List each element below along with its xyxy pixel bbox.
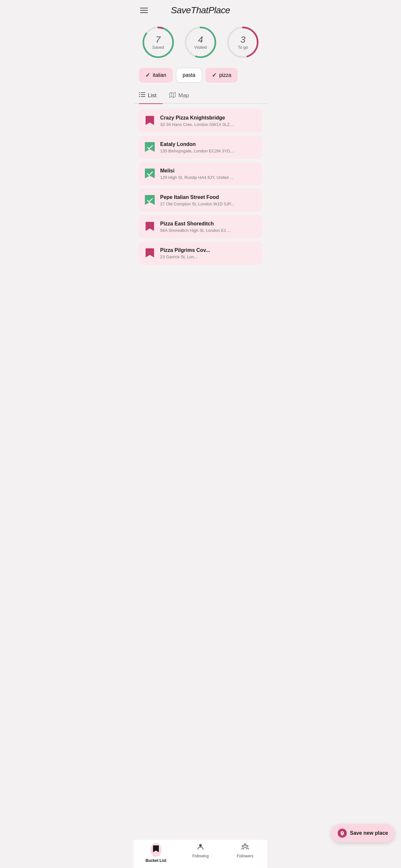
place-address: 135 Bishopsgate, London EC2M 3YD,... <box>160 149 257 153</box>
filter-pizza[interactable]: ✓ pizza <box>205 68 238 83</box>
svg-rect-9 <box>139 94 140 95</box>
filter-italian[interactable]: ✓ italian <box>139 68 173 83</box>
svg-rect-12 <box>141 96 145 97</box>
stat-togo[interactable]: 3 To go <box>225 25 260 60</box>
visited-bookmark-icon <box>144 194 156 207</box>
place-address: 56A Shoreditch High St, London E1 ... <box>160 228 257 233</box>
app-title: SaveThatPlace <box>171 5 230 16</box>
saved-bookmark-icon <box>144 114 156 127</box>
place-address: 32-34 Hans Cres, London SW1X 0LZ,... <box>160 122 257 127</box>
place-item[interactable]: Pizza Pilgrims Cov...23 Garrick St, Lon.… <box>139 242 262 265</box>
togo-label: To go <box>238 45 248 50</box>
bucket-list-label: Bucket List <box>146 858 166 863</box>
place-name: Melisi <box>160 168 257 174</box>
place-name: Eataly London <box>160 142 257 147</box>
filter-pasta[interactable]: pasta <box>176 68 202 83</box>
place-address: 27 Old Compton St, London W1D 5JP... <box>160 202 257 206</box>
place-name: Crazy Pizza Knightsbridge <box>160 115 257 121</box>
visited-bookmark-icon <box>144 141 156 154</box>
tab-map-label: Map <box>178 92 189 99</box>
place-name: Pizza East Shoreditch <box>160 221 257 227</box>
saved-bookmark-icon <box>144 247 156 259</box>
nav-followers[interactable]: Followers <box>232 843 258 863</box>
place-name: Pizza Pilgrims Cov... <box>160 247 257 253</box>
visited-count: 4 <box>194 35 207 44</box>
header: SaveThatPlace <box>134 0 267 18</box>
check-icon: ✓ <box>212 72 217 79</box>
place-item[interactable]: Eataly London135 Bishopsgate, London EC2… <box>139 135 262 159</box>
saved-count: 7 <box>152 35 164 44</box>
stats-container: 7 Saved 4 Visited 3 To go <box>134 18 267 68</box>
bucket-list-icon-wrapper <box>150 843 161 857</box>
map-icon <box>169 92 176 99</box>
place-address: 129 High St, Ruislip HA4 8JY, United ... <box>160 175 257 180</box>
saved-bookmark-icon <box>144 220 156 233</box>
togo-count: 3 <box>238 35 248 44</box>
stat-visited[interactable]: 4 Visited <box>183 25 218 60</box>
svg-point-20 <box>242 845 243 847</box>
filter-label: italian <box>153 72 166 78</box>
place-item[interactable]: Crazy Pizza Knightsbridge32-34 Hans Cres… <box>139 109 262 132</box>
bottom-nav: Bucket List Following Followers <box>134 839 267 868</box>
tab-list[interactable]: List <box>139 88 163 103</box>
bookmark-icon <box>152 847 159 855</box>
filter-label: pizza <box>219 72 231 78</box>
place-item[interactable]: Pepe Italian Street Food27 Old Compton S… <box>139 189 262 212</box>
following-label: Following <box>192 854 209 858</box>
filter-label: pasta <box>183 72 195 78</box>
followers-label: Followers <box>237 854 253 858</box>
svg-rect-7 <box>139 92 140 93</box>
visited-bookmark-icon <box>144 167 156 180</box>
list-icon <box>139 92 145 99</box>
followers-icon <box>241 843 249 852</box>
svg-rect-11 <box>139 96 140 97</box>
saved-label: Saved <box>152 45 164 50</box>
place-name: Pepe Italian Street Food <box>160 194 257 200</box>
nav-bucket-list[interactable]: Bucket List <box>143 843 169 863</box>
place-address: 23 Garrick St, Lon... <box>160 254 257 259</box>
filter-chips: ✓ italian pasta ✓ pizza <box>134 68 267 88</box>
tab-map[interactable]: Map <box>169 88 195 103</box>
stat-saved[interactable]: 7 Saved <box>141 25 176 60</box>
places-list: Crazy Pizza Knightsbridge32-34 Hans Cres… <box>134 104 267 297</box>
view-tabs: List Map <box>134 88 267 104</box>
place-item[interactable]: Pizza East Shoreditch56A Shoreditch High… <box>139 215 262 238</box>
nav-following[interactable]: Following <box>188 843 213 863</box>
place-item[interactable]: Melisi129 High St, Ruislip HA4 8JY, Unit… <box>139 162 262 185</box>
visited-label: Visited <box>194 45 207 50</box>
svg-point-19 <box>244 844 246 846</box>
following-icon <box>197 843 204 852</box>
menu-button[interactable] <box>140 8 148 13</box>
check-icon: ✓ <box>145 72 150 79</box>
svg-rect-8 <box>141 92 145 93</box>
svg-rect-10 <box>141 94 145 95</box>
svg-point-21 <box>247 845 248 847</box>
tab-list-label: List <box>148 92 156 99</box>
svg-point-18 <box>199 844 202 847</box>
